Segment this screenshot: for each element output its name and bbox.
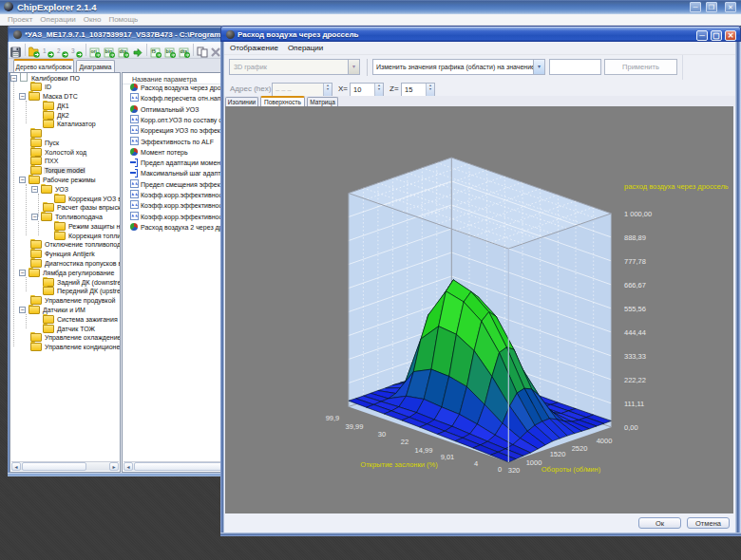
svg-text:333,33: 333,33	[624, 352, 646, 361]
svg-text:2520: 2520	[572, 444, 588, 453]
svg-text:555,56: 555,56	[624, 305, 646, 313]
svg-text:2: 2	[57, 47, 61, 54]
svg-text:777,78: 777,78	[624, 257, 646, 266]
svg-text:39,99: 39,99	[346, 422, 364, 431]
svg-text:99,9: 99,9	[326, 414, 340, 422]
svg-text:9,01: 9,01	[441, 453, 455, 461]
svg-text:22: 22	[401, 438, 408, 446]
svg-text:320: 320	[508, 466, 521, 475]
svg-text:111,11: 111,11	[624, 400, 644, 408]
svg-text:Открытие заслонки (%): Открытие заслонки (%)	[360, 460, 438, 469]
svg-text:3: 3	[71, 47, 75, 54]
svg-text:4: 4	[474, 459, 478, 468]
svg-text:0: 0	[498, 465, 502, 474]
svg-text:1000: 1000	[526, 458, 542, 467]
svg-text:30: 30	[378, 430, 386, 439]
svg-text:888,89: 888,89	[624, 233, 646, 242]
svg-text:222,22: 222,22	[624, 376, 646, 384]
svg-text:444,44: 444,44	[624, 328, 646, 337]
svg-text:666,67: 666,67	[624, 281, 646, 289]
svg-text:1: 1	[43, 47, 47, 54]
svg-text:расход воздуха через дроссель: расход воздуха через дроссель	[624, 182, 729, 191]
svg-text:14,99: 14,99	[415, 446, 433, 455]
svg-text:1 000,00: 1 000,00	[624, 210, 652, 218]
svg-text:4000: 4000	[597, 437, 613, 445]
svg-text:f5: f5	[152, 48, 157, 54]
svg-text:Обороты (об/мин): Обороты (об/мин)	[542, 465, 601, 474]
svg-text:0,00: 0,00	[624, 423, 638, 432]
svg-text:1520: 1520	[550, 450, 566, 458]
